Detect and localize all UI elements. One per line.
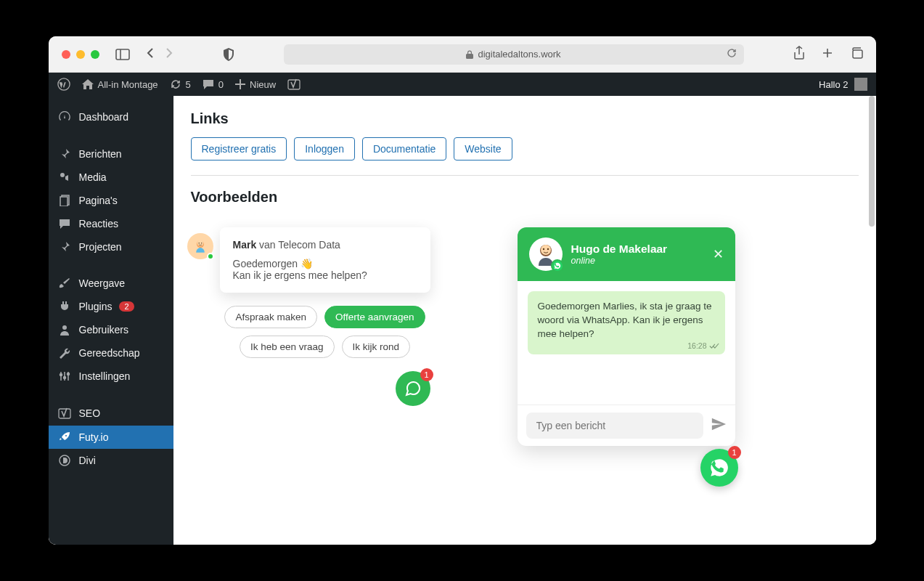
close-icon[interactable]: ✕ <box>713 246 724 262</box>
maximize-window-button[interactable] <box>91 50 99 59</box>
menu-label: Reacties <box>79 218 118 229</box>
wp-content: Links Registreer gratis Inloggen Documen… <box>173 96 876 545</box>
examples-row: Mark van Telecom Data Goedemorgen 👋 Kan … <box>191 227 859 446</box>
agent-avatar <box>529 237 563 271</box>
fab-badge: 1 <box>728 446 741 459</box>
whatsapp-body: Goedemorgen Marlies, ik sta je graag te … <box>518 281 735 405</box>
link-buttons-row: Registreer gratis Inloggen Documentatie … <box>191 137 859 161</box>
pin-icon <box>57 241 72 253</box>
svg-point-25 <box>542 248 544 250</box>
new-tab-icon[interactable] <box>821 46 834 62</box>
wrench-icon <box>57 347 72 359</box>
menu-gereedschap[interactable]: Gereedschap <box>49 341 173 365</box>
chip-vraag[interactable]: Ik heb een vraag <box>240 336 335 358</box>
message-time: 16:28 <box>687 341 719 352</box>
settings-icon <box>57 370 72 382</box>
fab-badge: 1 <box>420 368 433 381</box>
menu-futy[interactable]: Futy.io <box>49 426 173 449</box>
svg-point-21 <box>198 243 199 243</box>
menu-divi[interactable]: Divi <box>49 449 173 472</box>
new-content-link[interactable]: Nieuw <box>235 79 276 90</box>
menu-projecten[interactable]: Projecten <box>49 235 173 259</box>
menu-label: SEO <box>79 407 101 419</box>
browser-right-actions <box>793 46 863 63</box>
menu-media[interactable]: Media <box>49 166 173 189</box>
send-icon[interactable] <box>711 416 727 435</box>
close-window-button[interactable] <box>62 50 70 59</box>
svg-rect-0 <box>116 49 129 60</box>
comments-count: 0 <box>218 79 224 90</box>
traffic-lights <box>62 50 99 59</box>
nav-arrows <box>146 47 173 62</box>
menu-reacties[interactable]: Reacties <box>49 212 173 235</box>
chat-icon <box>404 380 422 397</box>
yoast-icon[interactable] <box>287 78 300 91</box>
comments-link[interactable]: 0 <box>203 79 224 90</box>
scrollbar-thumb[interactable] <box>869 96 875 227</box>
lock-icon <box>466 50 473 59</box>
chip-offerte[interactable]: Offerte aanvragen <box>324 306 425 328</box>
user-icon <box>57 324 72 336</box>
share-icon[interactable] <box>793 46 805 63</box>
menu-berichten[interactable]: Berichten <box>49 142 173 166</box>
new-text: Nieuw <box>250 79 276 90</box>
site-name-link[interactable]: All-in Montage <box>82 79 158 90</box>
menu-weergave[interactable]: Weergave <box>49 272 173 295</box>
wp-logo-icon[interactable] <box>57 78 70 91</box>
user-avatar[interactable] <box>854 78 867 91</box>
dashboard-icon <box>57 110 72 123</box>
whatsapp-header: Hugo de Makelaar online ✕ <box>518 227 735 281</box>
whatsapp-icon <box>709 458 729 478</box>
divi-icon <box>57 455 72 466</box>
svg-point-14 <box>60 374 62 376</box>
scrollbar[interactable] <box>866 96 875 545</box>
privacy-shield-icon[interactable] <box>223 48 234 61</box>
menu-label: Instellingen <box>79 370 131 382</box>
whatsapp-widget: Hugo de Makelaar online ✕ Goedemorgen Ma… <box>518 227 735 446</box>
menu-seo[interactable]: SEO <box>49 401 173 426</box>
website-button[interactable]: Website <box>454 137 512 161</box>
message-line-1: Goedemorgen 👋 <box>233 258 417 269</box>
chat-fab[interactable]: 1 <box>396 371 430 406</box>
tabs-overview-icon[interactable] <box>850 47 863 62</box>
greeting-text[interactable]: Hallo 2 <box>819 79 848 90</box>
menu-label: Pagina's <box>79 195 118 206</box>
url-bar[interactable]: digitaledaltons.work <box>284 44 744 65</box>
menu-label: Berichten <box>79 148 122 160</box>
site-name-text: All-in Montage <box>98 79 158 90</box>
sidebar-toggle-icon[interactable] <box>115 49 130 60</box>
chip-afspraak[interactable]: Afspraak maken <box>224 306 317 328</box>
back-button[interactable] <box>146 47 155 62</box>
reload-icon[interactable] <box>727 48 737 60</box>
updates-link[interactable]: 5 <box>170 78 191 90</box>
updates-icon <box>170 78 181 90</box>
svg-rect-9 <box>60 197 68 206</box>
double-check-icon <box>709 343 719 349</box>
menu-label: Divi <box>79 455 96 466</box>
updates-count: 5 <box>186 79 191 90</box>
menu-label: Futy.io <box>79 431 109 443</box>
menu-label: Projecten <box>79 241 122 253</box>
svg-point-10 <box>62 325 67 330</box>
registreer-button[interactable]: Registreer gratis <box>191 137 287 161</box>
menu-plugins[interactable]: Plugins2 <box>49 295 173 318</box>
menu-dashboard[interactable]: Dashboard <box>49 105 173 129</box>
minimize-window-button[interactable] <box>76 50 85 59</box>
menu-gebruikers[interactable]: Gebruikers <box>49 318 173 341</box>
documentatie-button[interactable]: Documentatie <box>362 137 446 161</box>
whatsapp-fab[interactable]: 1 <box>700 449 738 487</box>
menu-paginas[interactable]: Pagina's <box>49 189 173 212</box>
comment-icon <box>203 79 214 90</box>
message-input[interactable] <box>526 413 703 439</box>
menu-label: Weergave <box>79 277 126 289</box>
menu-instellingen[interactable]: Instellingen <box>49 365 173 388</box>
menu-label: Media <box>79 171 107 183</box>
inloggen-button[interactable]: Inloggen <box>294 137 355 161</box>
quick-reply-chips: Afspraak maken Offerte aanvragen Ik heb … <box>220 306 430 358</box>
section-divider <box>191 175 859 176</box>
wp-body: Dashboard Berichten Media Pagina's React… <box>49 96 876 545</box>
sender-line: Mark van Telecom Data <box>233 239 417 251</box>
forward-button[interactable] <box>165 47 173 62</box>
chat-example-1: Mark van Telecom Data Goedemorgen 👋 Kan … <box>191 227 430 406</box>
chip-kijkrond[interactable]: Ik kijk rond <box>342 336 411 358</box>
